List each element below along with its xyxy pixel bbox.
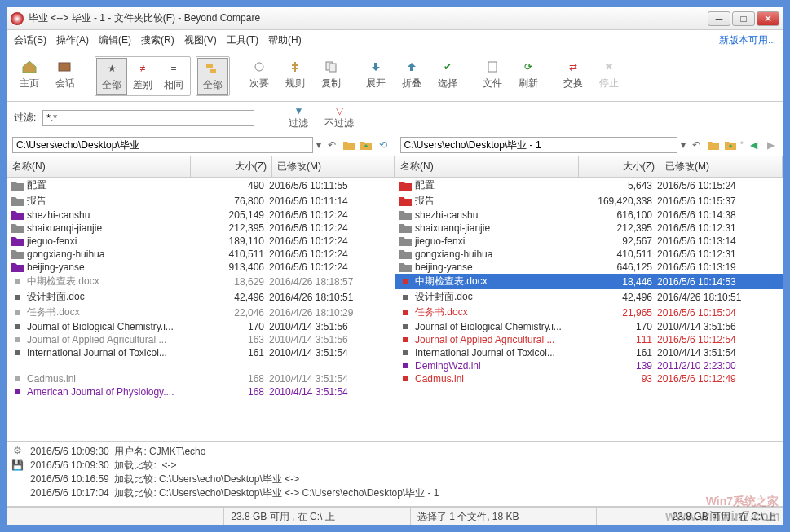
file-date: 2016/5/6 10:12:24 — [269, 262, 391, 273]
right-file-list[interactable]: 配置5,6432016/5/6 10:15:24报告169,420,338201… — [395, 178, 783, 441]
list-item[interactable]: 中期检查表.docx18,4462016/5/6 10:14:53 — [395, 274, 783, 289]
filter-off-button[interactable]: ▽不过滤 — [320, 105, 359, 130]
list-item[interactable]: Journal of Applied Agricultural ...11120… — [395, 333, 783, 346]
right-back-icon[interactable]: ◀ — [746, 138, 761, 152]
file-name: gongxiang-huihua — [415, 248, 576, 260]
titlebar[interactable]: 毕业 <--> 毕业 - 1 - 文件夹比较(F) - Beyond Compa… — [7, 7, 783, 30]
list-item[interactable]: gongxiang-huihua410,5112016/5/6 10:12:31 — [395, 248, 783, 261]
filter-on-button[interactable]: ▼过滤 — [284, 105, 313, 130]
file-size: 161 — [576, 347, 657, 358]
list-item[interactable]: jieguo-fenxi189,1102016/5/6 10:12:24 — [7, 235, 395, 248]
toolbar-all-structure[interactable]: 全部 — [197, 58, 228, 95]
list-item[interactable]: shaixuanqi-jianjie212,3952016/5/6 10:12:… — [7, 222, 395, 235]
toolbar-select[interactable]: ✔选择 — [432, 56, 463, 93]
file-size: 212,395 — [576, 222, 657, 234]
list-item[interactable]: 设计封面.doc42,4962016/4/26 18:10:51 — [395, 289, 783, 305]
list-item[interactable]: Journal of Applied Agricultural ...16320… — [7, 333, 395, 346]
toolbar-refresh[interactable]: ⟳刷新 — [513, 56, 544, 93]
menu-action[interactable]: 操作(A) — [56, 33, 89, 47]
list-item[interactable]: 配置4902016/5/6 10:11:55 — [7, 178, 395, 193]
col-size[interactable]: 大小(Z) — [579, 156, 660, 177]
list-item[interactable]: 配置5,6432016/5/6 10:15:24 — [395, 178, 783, 193]
toolbar-same[interactable]: =相同 — [158, 58, 189, 95]
col-name[interactable]: 名称(N) — [395, 156, 579, 177]
list-item[interactable]: shaixuanqi-jianjie212,3952016/5/6 10:12:… — [395, 222, 783, 235]
minimize-button[interactable]: ─ — [708, 11, 730, 26]
file-size: 490 — [188, 180, 269, 191]
list-item[interactable]: jieguo-fenxi92,5672016/5/6 10:13:14 — [395, 235, 783, 248]
toolbar-next[interactable]: 次要 — [244, 56, 275, 93]
toolbar-expand[interactable]: 展开 — [360, 56, 391, 93]
list-item[interactable]: International Journal of Toxicol...16120… — [7, 346, 395, 359]
list-item[interactable]: 报告169,420,3382016/5/6 10:15:37 — [395, 193, 783, 209]
toolbar-diff[interactable]: ≠差别 — [127, 58, 158, 95]
list-item[interactable]: Journal of Biological Chemistry.i...1702… — [7, 320, 395, 333]
left-up-icon[interactable] — [359, 138, 373, 152]
menu-help[interactable]: 帮助(H) — [268, 33, 302, 47]
list-item[interactable]: 任务书.docx21,9652016/5/6 10:15:04 — [395, 305, 783, 320]
list-item[interactable]: Journal of Biological Chemistry.i...1702… — [395, 320, 783, 333]
list-item[interactable]: gongxiang-huihua410,5112016/5/6 10:12:24 — [7, 248, 395, 261]
toolbar-all-filter[interactable]: ★全部 — [96, 58, 127, 95]
list-item[interactable]: beijing-yanse646,1252016/5/6 10:13:19 — [395, 261, 783, 274]
toolbar-swap[interactable]: ⇄交换 — [558, 56, 589, 93]
file-size: 92,567 — [576, 235, 657, 247]
list-item[interactable]: 报告76,8002016/5/6 10:11:14 — [7, 193, 395, 209]
right-fwd-icon[interactable]: ▶ — [763, 138, 778, 152]
menu-edit[interactable]: 编辑(E) — [99, 33, 131, 47]
left-file-list[interactable]: 配置4902016/5/6 10:11:55报告76,8002016/5/6 1… — [7, 178, 395, 441]
left-history-icon[interactable]: ↶ — [324, 138, 339, 152]
toolbar-stop[interactable]: ✖停止 — [594, 56, 624, 93]
list-item[interactable]: 任务书.docx22,0462016/4/26 18:10:29 — [7, 305, 395, 320]
toolbar-home[interactable]: 主页 — [14, 56, 45, 93]
menu-session[interactable]: 会话(S) — [14, 33, 46, 47]
toolbar-collapse[interactable]: 折叠 — [396, 56, 427, 93]
file-size: 93 — [576, 373, 657, 385]
toolbar-files[interactable]: 文件 — [477, 56, 508, 93]
left-browse-icon[interactable] — [342, 138, 356, 152]
file-size: 163 — [188, 334, 269, 345]
save-log-icon[interactable]: 💾 — [11, 459, 24, 471]
svg-rect-1 — [206, 64, 213, 68]
file-date: 2016/5/6 10:14:38 — [657, 209, 779, 221]
toolbar-copy[interactable]: 复制 — [316, 56, 346, 93]
list-item[interactable]: 设计封面.doc42,4962016/4/26 18:10:51 — [7, 289, 395, 305]
list-item[interactable]: beijing-yanse913,4062016/5/6 10:12:24 — [7, 261, 395, 274]
maximize-button[interactable]: □ — [732, 11, 755, 26]
log-text[interactable]: 2016/5/6 10:09:30 用户名: CJMKT\echo 2016/5… — [27, 442, 783, 506]
menu-view[interactable]: 视图(V) — [184, 33, 217, 47]
right-browse-icon[interactable] — [706, 138, 721, 152]
list-item[interactable]: 中期检查表.docx18,6292016/4/26 18:18:57 — [7, 274, 395, 289]
left-column-headers[interactable]: 名称(N) 大小(Z) 已修改(M) — [7, 156, 395, 178]
left-sync-icon[interactable]: ⟲ — [376, 138, 391, 152]
list-item[interactable] — [7, 359, 395, 372]
right-up-icon[interactable] — [723, 138, 738, 152]
toolbar-rules[interactable]: 规则 — [280, 56, 311, 93]
list-item[interactable]: Cadmus.ini932016/5/6 10:12:49 — [395, 372, 783, 385]
list-item[interactable]: DemingWzd.ini1392011/2/10 2:23:00 — [395, 359, 783, 372]
col-name[interactable]: 名称(N) — [7, 156, 191, 177]
file-icon — [399, 334, 412, 345]
col-modified[interactable]: 已修改(M) — [660, 156, 783, 177]
close-button[interactable]: ✕ — [757, 11, 779, 26]
right-column-headers[interactable]: 名称(N) 大小(Z) 已修改(M) — [395, 156, 783, 178]
col-size[interactable]: 大小(Z) — [191, 156, 272, 177]
filter-input[interactable] — [42, 110, 254, 126]
list-item[interactable]: shezhi-canshu205,1492016/5/6 10:12:24 — [7, 209, 395, 222]
svg-rect-2 — [210, 69, 216, 73]
list-item[interactable]: International Journal of Toxicol...16120… — [395, 346, 783, 359]
list-item[interactable]: Cadmus.ini1682010/4/14 3:51:54 — [7, 372, 395, 385]
right-history-icon[interactable]: ↶ — [689, 138, 704, 152]
files-icon — [484, 59, 501, 75]
update-available-link[interactable]: 新版本可用... — [719, 33, 776, 47]
right-path-input[interactable] — [400, 137, 677, 153]
gear-icon[interactable]: ⚙ — [13, 445, 22, 456]
file-icon — [399, 373, 412, 385]
col-modified[interactable]: 已修改(M) — [272, 156, 395, 177]
list-item[interactable]: shezhi-canshu616,1002016/5/6 10:14:38 — [395, 209, 783, 222]
menu-tools[interactable]: 工具(T) — [227, 33, 258, 47]
menu-search[interactable]: 搜索(R) — [141, 33, 174, 47]
list-item[interactable]: American Journal of Physiology....168201… — [7, 385, 395, 398]
toolbar-session[interactable]: 会话 — [50, 56, 81, 93]
left-path-input[interactable] — [12, 137, 313, 153]
